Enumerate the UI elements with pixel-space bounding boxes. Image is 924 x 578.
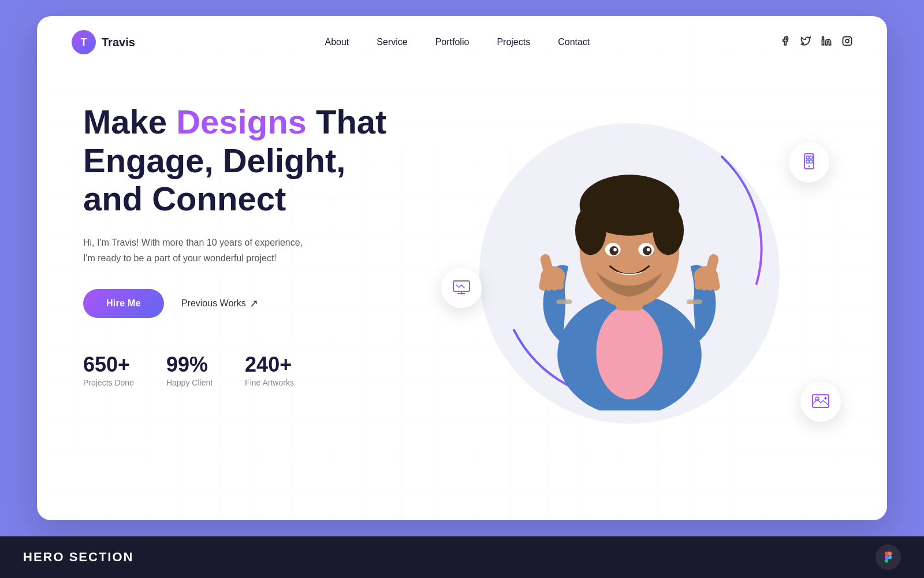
float-card-art: [800, 381, 841, 422]
stats-area: 650+ Projects Done 99% Happy Client 240+…: [83, 353, 407, 387]
hire-me-button[interactable]: Hire Me: [83, 289, 164, 318]
heading-line3: and Connect: [83, 180, 286, 217]
linkedin-icon[interactable]: [821, 36, 832, 49]
heading-part2: That: [307, 103, 387, 140]
instagram-icon[interactable]: [842, 36, 852, 49]
hero-heading: Make Designs That Engage, Delight, and C…: [83, 103, 407, 218]
monitor-icon: [451, 277, 472, 298]
social-icons: [780, 36, 852, 49]
hero-left: Make Designs That Engage, Delight, and C…: [83, 80, 407, 387]
svg-rect-3: [843, 37, 851, 46]
svg-rect-37: [810, 160, 813, 163]
nav-item-contact[interactable]: Contact: [558, 37, 590, 47]
bottom-bar: HERO SECTION: [0, 536, 924, 578]
stat-clients-label: Happy Client: [166, 378, 213, 387]
hero-right: [407, 80, 852, 497]
stat-projects: 650+ Projects Done: [83, 353, 134, 387]
svg-rect-1: [822, 40, 824, 45]
nav-item-service[interactable]: Service: [377, 37, 407, 47]
mobile-icon: [799, 152, 819, 173]
svg-rect-31: [687, 299, 702, 304]
arrow-icon: ↗: [249, 297, 258, 310]
nav-item-portfolio[interactable]: Portfolio: [435, 37, 470, 47]
svg-rect-32: [453, 281, 470, 291]
previous-works-button[interactable]: Previous Works ↗: [181, 297, 258, 310]
facebook-icon[interactable]: [780, 36, 790, 49]
heading-part1: Make: [83, 103, 176, 140]
navbar: T Travis About Service Portfolio Project…: [37, 16, 887, 68]
person-illustration: [508, 133, 751, 410]
svg-rect-30: [556, 299, 572, 304]
heading-line2: Engage, Delight,: [83, 142, 345, 179]
figma-icon[interactable]: [875, 544, 901, 570]
main-card: T Travis About Service Portfolio Project…: [37, 16, 887, 520]
svg-point-17: [647, 248, 650, 251]
stat-clients-number: 99%: [166, 353, 213, 377]
hero-description: Hi, I'm Travis! With more than 10 years …: [83, 235, 314, 266]
stat-artworks: 240+ Fine Artworks: [245, 353, 294, 387]
stat-artworks-label: Fine Artworks: [245, 378, 294, 387]
svg-rect-29: [694, 277, 702, 290]
svg-rect-23: [556, 277, 564, 290]
stat-artworks-number: 240+: [245, 353, 294, 377]
svg-rect-36: [806, 160, 809, 163]
nav-links: About Service Portfolio Projects Contact: [325, 37, 590, 47]
hero-section: Make Designs That Engage, Delight, and C…: [37, 68, 887, 520]
svg-point-11: [653, 205, 684, 255]
bottom-bar-title: HERO SECTION: [23, 550, 133, 565]
svg-point-16: [613, 248, 617, 251]
art-icon: [810, 391, 831, 412]
svg-point-2: [822, 37, 824, 39]
twitter-icon[interactable]: [800, 36, 811, 49]
stat-clients: 99% Happy Client: [166, 353, 213, 387]
float-card-design: [441, 268, 482, 308]
nav-item-projects[interactable]: Projects: [497, 37, 530, 47]
float-card-mobile: [789, 142, 829, 183]
logo-area: T Travis: [72, 30, 135, 54]
stat-projects-number: 650+: [83, 353, 134, 377]
svg-rect-34: [806, 156, 809, 159]
svg-point-10: [575, 205, 606, 255]
svg-rect-35: [810, 156, 813, 159]
hero-buttons: Hire Me Previous Works ↗: [83, 289, 407, 318]
nav-item-about[interactable]: About: [325, 37, 349, 47]
svg-point-38: [808, 166, 810, 168]
stat-projects-label: Projects Done: [83, 378, 134, 387]
logo-text: Travis: [102, 36, 135, 49]
heading-highlight: Designs: [176, 103, 307, 140]
svg-point-6: [596, 305, 662, 399]
logo-icon: T: [72, 30, 96, 54]
